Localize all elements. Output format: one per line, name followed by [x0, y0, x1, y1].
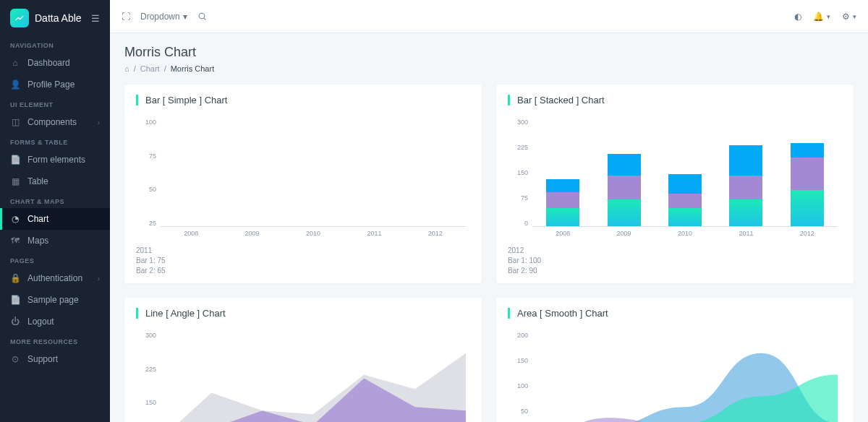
help-icon: ⊙ — [10, 354, 20, 364]
card-title: Bar [ Simple ] Chart — [136, 95, 470, 106]
nav-section-label: CHART & MAPS — [0, 192, 110, 208]
bar-segment[interactable] — [546, 192, 579, 209]
home-icon: ⌂ — [10, 58, 20, 68]
page-title: Morris Chart — [124, 45, 854, 60]
sidebar-item-sample-page[interactable]: 📄Sample page — [0, 289, 110, 311]
breadcrumb-current: Morris Chart — [171, 64, 215, 73]
nav-section-label: MORE RESOURCES — [0, 332, 110, 348]
sidebar-item-logout[interactable]: ⏻Logout — [0, 311, 110, 332]
lock-icon: 🔒 — [10, 273, 20, 283]
card-title: Line [ Angle ] Chart — [136, 308, 470, 319]
page-icon: 📄 — [10, 295, 20, 305]
sidebar-item-label: Logout — [27, 316, 54, 327]
sidebar-item-label: Dashboard — [27, 58, 70, 68]
gear-icon[interactable]: ⚙▾ — [842, 12, 856, 22]
breadcrumb-home[interactable]: ⌂ — [124, 64, 129, 73]
sidebar: Datta Able ☰ NAVIGATION⌂Dashboard👤Profil… — [0, 0, 110, 422]
bell-icon[interactable]: 🔔▾ — [813, 12, 830, 22]
bar-segment[interactable] — [608, 199, 641, 227]
bar-segment[interactable] — [668, 174, 702, 194]
sidebar-item-label: Maps — [27, 236, 48, 246]
card-title: Bar [ Stacked ] Chart — [508, 95, 842, 106]
sidebar-item-label: Sample page — [27, 295, 79, 305]
sidebar-item-label: Form elements — [27, 155, 85, 165]
topbar-dropdown[interactable]: Dropdown ▾ — [140, 12, 187, 22]
brand[interactable]: Datta Able ☰ — [0, 0, 110, 36]
chart-bar-simple[interactable]: 10075502520082009201020112012 — [136, 119, 470, 241]
brand-icon — [10, 9, 29, 27]
breadcrumb-parent[interactable]: Chart — [140, 64, 160, 73]
sidebar-item-label: Components — [27, 117, 77, 127]
sidebar-item-support[interactable]: ⊙Support — [0, 348, 110, 370]
card-bar-simple: Bar [ Simple ] Chart 1007550252008200920… — [124, 85, 482, 283]
sidebar-item-maps[interactable]: 🗺Maps — [0, 230, 110, 251]
sidebar-item-dashboard[interactable]: ⌂Dashboard — [0, 52, 110, 74]
bar-segment[interactable] — [729, 176, 762, 199]
bar-segment[interactable] — [729, 145, 762, 176]
sidebar-toggle-icon[interactable]: ☰ — [91, 13, 100, 24]
bar-segment[interactable] — [791, 143, 824, 158]
user-icon: 👤 — [10, 79, 20, 90]
sidebar-item-label: Support — [27, 354, 58, 364]
bar-segment[interactable] — [546, 208, 579, 226]
search-icon[interactable] — [197, 12, 207, 21]
bar-segment[interactable] — [608, 176, 641, 199]
chevron-right-icon: › — [98, 119, 100, 126]
pie-icon: ◔ — [10, 214, 20, 224]
sidebar-item-label: Table — [27, 176, 48, 186]
sidebar-item-authentication[interactable]: 🔒Authentication› — [0, 267, 110, 289]
bar-segment[interactable] — [668, 194, 702, 208]
breadcrumb: ⌂ / Chart / Morris Chart — [124, 64, 854, 73]
theme-toggle-icon[interactable]: ◐ — [794, 12, 801, 22]
topbar: ⛶ Dropdown ▾ ◐ 🔔▾ ⚙▾ — [110, 0, 868, 33]
bar-segment[interactable] — [668, 208, 702, 226]
nav-section-label: PAGES — [0, 251, 110, 267]
sidebar-item-profile-page[interactable]: 👤Profile Page — [0, 74, 110, 95]
card-area-smooth: Area [ Smooth ] Chart 200150100500201020… — [496, 298, 854, 422]
sidebar-item-label: Chart — [27, 214, 48, 224]
table-icon: ▦ — [10, 176, 20, 186]
fullscreen-icon[interactable]: ⛶ — [122, 12, 130, 22]
chart-tooltip: 2012 Bar 1: 100 Bar 2: 90 — [508, 246, 842, 276]
sidebar-item-label: Profile Page — [27, 79, 75, 90]
chart-area-smooth[interactable]: 20015010050020102012201420162018 — [508, 332, 842, 422]
card-title: Area [ Smooth ] Chart — [508, 308, 842, 319]
box-icon: ◫ — [10, 117, 20, 127]
bar-segment[interactable] — [791, 158, 824, 190]
chevron-down-icon: ▾ — [183, 12, 187, 22]
nav-section-label: FORMS & TABLE — [0, 133, 110, 149]
bar-segment[interactable] — [791, 190, 824, 226]
nav-section-label: UI ELEMENT — [0, 95, 110, 111]
chart-bar-stacked[interactable]: 30022515075020082009201020112012 — [508, 119, 842, 241]
chevron-right-icon: › — [98, 275, 100, 283]
file-icon: 📄 — [10, 155, 20, 165]
chart-line-angle[interactable]: 300225150752006200720082009201020112012 — [136, 332, 470, 422]
topbar-dropdown-label: Dropdown — [140, 12, 180, 22]
bar-segment[interactable] — [608, 154, 641, 176]
chart-tooltip: 2011 Bar 1: 75 Bar 2: 65 — [136, 246, 470, 276]
card-line-angle: Line [ Angle ] Chart 3002251507520062007… — [124, 298, 482, 422]
sidebar-item-table[interactable]: ▦Table — [0, 171, 110, 192]
bar-segment[interactable] — [546, 179, 579, 192]
nav-section-label: NAVIGATION — [0, 36, 110, 52]
map-icon: 🗺 — [10, 236, 20, 246]
card-bar-stacked: Bar [ Stacked ] Chart 300225150750200820… — [496, 85, 854, 283]
svg-line-1 — [204, 18, 205, 20]
sidebar-item-chart[interactable]: ◔Chart — [0, 208, 110, 230]
svg-point-0 — [199, 13, 205, 19]
bar-segment[interactable] — [729, 199, 762, 227]
sidebar-item-components[interactable]: ◫Components› — [0, 111, 110, 133]
sidebar-item-label: Authentication — [27, 273, 82, 283]
brand-name: Datta Able — [35, 12, 82, 24]
power-icon: ⏻ — [10, 316, 20, 327]
sidebar-item-form-elements[interactable]: 📄Form elements — [0, 149, 110, 171]
